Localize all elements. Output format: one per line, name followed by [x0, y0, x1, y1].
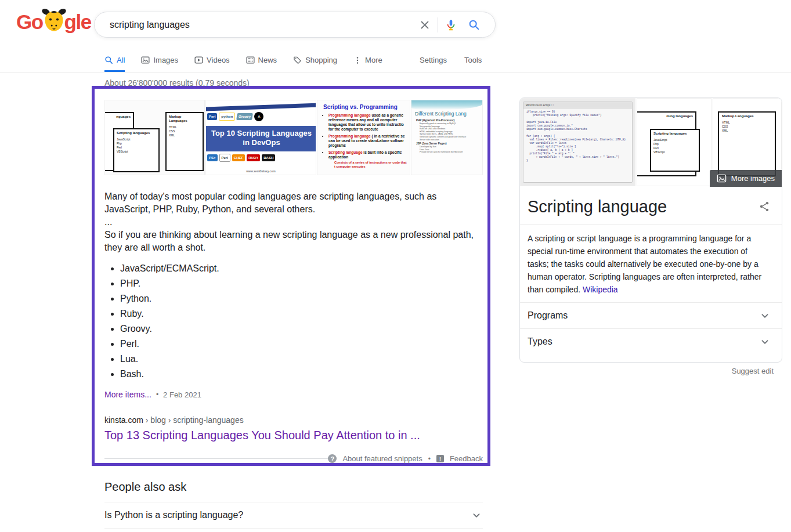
- clear-search-icon[interactable]: [413, 13, 436, 37]
- devops-url: www.xemGalaxy.com: [206, 169, 316, 173]
- chevron-down-icon: [759, 335, 771, 348]
- devops-banner: Top 10 Scripting Languages in DevOps: [206, 126, 316, 151]
- carousel-thumb-different-scripting[interactable]: Different Scripting Lang PHP (Hypertext …: [411, 100, 483, 175]
- tab-shopping[interactable]: Shopping: [293, 49, 337, 72]
- slide-bullets: Programming language used as a generic r…: [323, 113, 407, 169]
- list-item: Ruby.: [120, 306, 483, 321]
- people-also-ask-section: People also ask Is Python is a scripting…: [104, 480, 483, 529]
- tab-videos[interactable]: Videos: [194, 49, 230, 72]
- help-circle-icon[interactable]: ?: [328, 454, 337, 463]
- kp-image-code-editor[interactable]: WordCount.script ⛶ if(args.size == 0) pr…: [520, 98, 635, 186]
- knowledge-panel-description: A scripting or script language is a prog…: [520, 225, 782, 296]
- snippet-paragraph-1: Many of today's most popular coding lang…: [104, 190, 447, 216]
- carousel-thumb-scripting-vs-programming[interactable]: Scripting vs. Programming Programming la…: [317, 100, 410, 175]
- tab-images-label: Images: [153, 56, 178, 64]
- tab-all-label: All: [117, 56, 125, 64]
- divider: [104, 528, 483, 529]
- more-images-label: More images: [731, 174, 775, 183]
- more-items-link[interactable]: More items...: [104, 390, 151, 399]
- news-tab-icon: [246, 56, 255, 64]
- slide-wave-header: [411, 100, 482, 110]
- dot-separator: •: [428, 455, 431, 463]
- voice-search-icon[interactable]: [439, 13, 463, 37]
- list-item: Groovy.: [120, 321, 483, 336]
- snippet-image-carousel: nguages Scripting languages JavaScript P…: [104, 100, 483, 175]
- diagram-scripting-box: Scripting languages JavaScript Php Perl …: [650, 129, 700, 172]
- header-divider: [0, 72, 791, 73]
- search-submit-icon[interactable]: [463, 13, 486, 37]
- more-items-row: More items... • 2 Feb 2021: [104, 390, 483, 399]
- featured-snippet-highlight-box: nguages Scripting languages JavaScript P…: [92, 86, 490, 466]
- tab-images[interactable]: Images: [141, 49, 178, 72]
- accordion-types[interactable]: Types: [520, 329, 782, 354]
- tab-all[interactable]: All: [104, 49, 125, 72]
- more-dots-icon: [353, 56, 362, 64]
- snippet-ellipsis: ...: [104, 216, 483, 229]
- carousel-thumb-devops[interactable]: Perl python Groovy A Top 10 Scripting La…: [205, 100, 316, 175]
- search-bar[interactable]: [94, 12, 496, 38]
- tools-group: Settings Tools: [420, 49, 482, 70]
- chevron-down-icon: [470, 509, 483, 522]
- breadcrumb-domain: kinsta.com: [104, 415, 143, 425]
- feedback-flag-icon: !: [436, 455, 444, 462]
- snippet-footer: ? About featured snippets • ! Feedback: [104, 454, 483, 463]
- searchbar-divider: [438, 17, 438, 32]
- tab-news-label: News: [258, 56, 277, 64]
- tab-videos-label: Videos: [207, 56, 230, 64]
- suggest-edit-link[interactable]: Suggest edit: [519, 367, 774, 375]
- breadcrumb[interactable]: kinsta.com › blog › scripting-languages: [104, 415, 483, 425]
- programs-label: Programs: [528, 310, 568, 321]
- slide-title: Scripting vs. Programming: [323, 104, 407, 110]
- diagram-markup-box: Markup Languages HTML CSS XML: [718, 111, 776, 176]
- paa-question-row[interactable]: Is Python is a scripting language?: [104, 502, 483, 528]
- list-item: Python.: [120, 291, 483, 306]
- photo-icon: [717, 173, 727, 183]
- search-input[interactable]: [109, 19, 413, 31]
- tab-news[interactable]: News: [246, 49, 277, 72]
- list-item: PHP.: [120, 276, 483, 291]
- feedback-link[interactable]: Feedback: [450, 454, 483, 463]
- about-featured-snippets-link[interactable]: About featured snippets: [342, 454, 422, 463]
- tab-shopping-label: Shopping: [305, 56, 337, 64]
- tab-more-label: More: [365, 56, 382, 64]
- code-editor-titlebar: WordCount.script ⛶: [523, 102, 632, 108]
- dot-separator: •: [156, 390, 158, 399]
- share-icon[interactable]: [759, 201, 770, 215]
- breadcrumb-path: › blog › scripting-languages: [143, 415, 244, 425]
- list-item: Bash.: [120, 367, 483, 382]
- slide-title: Different Scripting Lang: [411, 110, 482, 118]
- paa-question-text: Is Python is a scripting language?: [104, 510, 243, 520]
- kp-image-languages-diagram[interactable]: ming languages Scripting languages JavaS…: [637, 98, 711, 186]
- shopping-tab-icon: [293, 56, 302, 64]
- types-label: Types: [528, 336, 552, 347]
- carousel-thumb-languages-diagram[interactable]: nguages Scripting languages JavaScript P…: [104, 100, 205, 175]
- wikipedia-link[interactable]: Wikipedia: [583, 285, 618, 294]
- list-item: JavaScript/ECMAScript.: [120, 261, 483, 276]
- accordion-programs[interactable]: Programs: [520, 303, 782, 328]
- search-tabs: All Images Videos News Shopping More: [104, 49, 382, 72]
- ox-doodle-icon: [43, 8, 64, 36]
- code-editor-window: WordCount.script ⛶ if(args.size == 0) pr…: [523, 102, 633, 183]
- description-text: A scripting or script language is a prog…: [528, 234, 761, 294]
- tools-button[interactable]: Tools: [464, 56, 482, 64]
- diagram-markup-box: Markup Languages HTML CSS XML: [165, 112, 204, 171]
- images-tab-icon: [141, 56, 150, 64]
- devops-logos-top: Perl python Groovy A: [207, 112, 263, 121]
- snippet-language-list: JavaScript/ECMAScript. PHP. Python. Ruby…: [104, 261, 483, 382]
- list-item: Perl.: [120, 336, 483, 352]
- snippet-text: Many of today's most popular coding lang…: [104, 190, 483, 254]
- google-logo[interactable]: Go gle: [16, 8, 91, 36]
- snippet-paragraph-2: So if you are thinking about learning a …: [104, 229, 482, 254]
- list-item: Lua.: [120, 352, 483, 367]
- knowledge-panel-title: Scripting language: [528, 196, 667, 217]
- more-images-button[interactable]: More images: [710, 170, 782, 187]
- logo-text-gle: gle: [64, 10, 91, 34]
- chevron-down-icon: [759, 309, 771, 322]
- tab-more[interactable]: More: [353, 49, 382, 72]
- diagram-scripting-box: Scripting languages JavaScript Php Perl …: [113, 128, 160, 172]
- settings-button[interactable]: Settings: [420, 56, 447, 64]
- devops-logos-bottom: PS> Perl CHEF RUBY BASH: [207, 154, 275, 162]
- result-title-link[interactable]: Top 13 Scripting Languages You Should Pa…: [104, 429, 464, 442]
- search-tab-icon: [104, 56, 113, 64]
- logo-text-go: Go: [16, 10, 43, 34]
